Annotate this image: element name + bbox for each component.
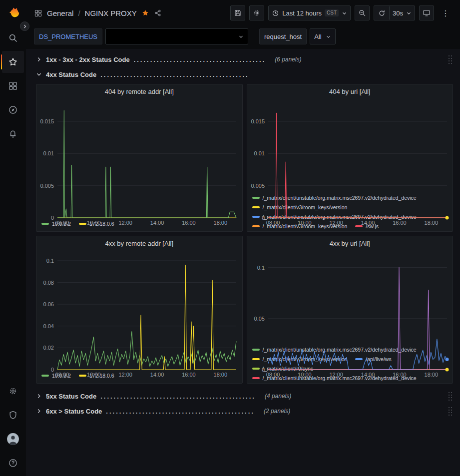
chevron-right-icon [22,24,27,29]
page-title: NGINX PROXY [85,9,137,17]
sidebar-expand-button[interactable] [20,21,29,31]
clock-icon [272,9,279,17]
request-host-variable-label[interactable]: request_host [259,28,307,44]
svg-text:0.1: 0.1 [257,265,264,271]
svg-text:08:00: 08:00 [266,220,280,226]
svg-text:10:00: 10:00 [298,372,312,378]
request-host-variable-value[interactable]: All [310,28,335,44]
apps-grid-icon [8,81,18,91]
timeseries-chart[interactable]: 00.020.040.060.080.108:0010:0012:0014:00… [36,251,242,370]
svg-text:0.01: 0.01 [254,150,264,156]
share-icon[interactable] [154,9,162,17]
row-header-5xx[interactable]: 5xx Status Code ........................… [36,389,453,404]
svg-text:10:00: 10:00 [87,372,101,378]
request-host-value-text: All [314,33,321,40]
datasource-variable-value[interactable] [105,28,248,44]
shield-icon [8,410,18,420]
gear-icon [253,9,261,17]
svg-text:0.015: 0.015 [40,118,54,124]
main-area: General / NGINX PROXY [26,0,460,476]
svg-text:0: 0 [51,367,54,373]
favorite-star-icon[interactable] [141,9,149,17]
sidebar-item-dashboards[interactable] [2,75,24,97]
panel-title[interactable]: 4xx by uri [All] [247,236,453,251]
save-icon [234,9,242,17]
grafana-flame-icon [6,6,19,19]
svg-text:14:00: 14:00 [150,220,164,226]
datasource-variable-label[interactable]: DS_PROMETHEUS [34,28,102,44]
zoom-out-time-button[interactable] [355,5,370,20]
row-header-4xx[interactable]: 4xx Status Code ........................… [36,67,453,82]
row-title: 6xx > Status Code [46,408,102,415]
row-drag-handle[interactable] [448,407,453,416]
timeseries-chart[interactable]: 00.050.108:0010:0012:0014:0016:0018:00 [247,251,453,344]
svg-text:12:00: 12:00 [329,220,343,226]
svg-text:14:00: 14:00 [150,372,164,378]
apps-grid-icon [34,9,42,17]
breadcrumb-section[interactable]: General [47,9,73,17]
sidebar-item-help[interactable] [2,452,24,474]
panel-title[interactable]: 404 by uri [All] [247,84,453,99]
sidebar-item-alerting[interactable] [2,123,24,145]
bell-icon [8,129,18,139]
datasource-variable: DS_PROMETHEUS [34,28,248,44]
cycle-view-mode-button[interactable] [419,5,434,20]
row-panel-count: (6 panels) [275,56,301,63]
sidebar-item-search[interactable] [2,27,24,49]
row-header-6xx[interactable]: 6xx > Status Code ......................… [36,404,453,419]
panel-title[interactable]: 4xx by remote addr [All] [36,236,242,251]
svg-text:0: 0 [261,215,264,221]
svg-text:0.015: 0.015 [251,118,265,124]
search-icon [8,33,18,43]
refresh-interval-picker[interactable]: 30s [389,6,415,20]
refresh-button[interactable] [374,6,389,20]
svg-text:14:00: 14:00 [361,372,375,378]
timezone-badge: CST [325,9,339,16]
svg-text:0: 0 [51,215,54,221]
dashboard-settings-button[interactable] [249,5,264,20]
panel-4xx-by-uri: 4xx by uri [All] 00.050.108:0010:0012:00… [247,236,454,384]
svg-text:0.02: 0.02 [43,345,54,351]
kebab-icon: ⋮ [442,8,450,18]
row-title-dots: ........................................… [106,408,255,415]
grafana-app: General / NGINX PROXY [0,0,460,476]
zoom-out-icon [358,9,366,17]
sidebar-item-starred[interactable] [2,51,24,73]
row-title: 4xx Status Code [46,71,96,78]
svg-text:16:00: 16:00 [393,220,407,226]
refresh-interval-label: 30s [393,9,403,17]
svg-text:18:00: 18:00 [214,220,228,226]
timeseries-chart[interactable]: 00.0050.010.01508:0010:0012:0014:0016:00… [36,99,242,218]
row-drag-handle[interactable] [448,392,453,401]
row-header-1xx-3xx-2xx[interactable]: 1xx - 3xx - 2xx Status Code ............… [36,52,453,67]
sidebar-item-configuration[interactable] [2,380,24,402]
svg-text:12:00: 12:00 [118,372,132,378]
tv-monitor-icon [423,9,431,17]
sidebar-item-profile[interactable] [2,428,24,450]
svg-text:0.04: 0.04 [43,323,54,329]
svg-text:08:00: 08:00 [266,372,280,378]
svg-text:16:00: 16:00 [393,372,407,378]
chevron-down-icon [238,34,244,39]
row-title: 1xx - 3xx - 2xx Status Code [46,56,130,63]
dashboard-toolbar: Last 12 hours CST [230,5,453,20]
sidebar-item-server-admin[interactable] [2,404,24,426]
svg-text:0.06: 0.06 [43,301,54,307]
header-chrome: General / NGINX PROXY [26,0,460,49]
timeseries-chart[interactable]: 00.0050.010.01508:0010:0012:0014:0016:00… [247,99,453,192]
panel-404-by-uri: 404 by uri [All] 00.0050.010.01508:0010:… [247,84,454,232]
svg-text:10:00: 10:00 [298,220,312,226]
row-drag-handle[interactable] [448,55,453,64]
svg-text:18:00: 18:00 [424,220,438,226]
svg-text:0.005: 0.005 [40,183,54,189]
sidebar-item-explore[interactable] [2,99,24,121]
panel-title[interactable]: 404 by remote addr [All] [36,84,242,99]
time-range-picker[interactable]: Last 12 hours CST [268,5,351,20]
save-dashboard-button[interactable] [230,5,245,20]
svg-text:12:00: 12:00 [329,372,343,378]
panel-4xx-by-remote-addr: 4xx by remote addr [All] 00.020.040.060.… [36,236,243,384]
row-title: 5xx Status Code [46,393,96,400]
kebab-menu-button[interactable]: ⋮ [438,5,453,20]
svg-text:10:00: 10:00 [87,220,101,226]
row-title-dots: ........................................… [100,71,249,78]
